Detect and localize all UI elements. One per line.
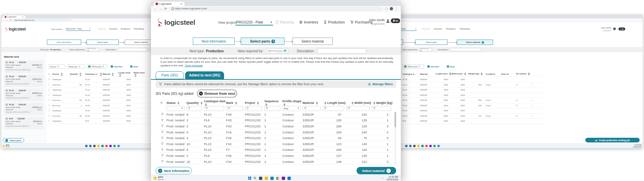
column-header[interactable]: Catalogue it... (402, 73, 420, 75)
help-icon[interactable]: ? (271, 40, 275, 43)
chip-project[interactable]: ✕PROJ1233 (87, 64, 107, 69)
taskbar-app-icon[interactable] (413, 145, 416, 147)
app-logo[interactable]: logicsteel (156, 17, 195, 27)
column-header[interactable]: Catalogue item (204, 100, 226, 106)
step-box[interactable]: Select material? (457, 40, 493, 45)
required-by-date-input[interactable]: dd/mm/yyyy ▦ (419, 48, 432, 51)
column-header[interactable]: Weight (kg) (372, 101, 393, 105)
row-radio[interactable] (48, 110, 52, 112)
project-select[interactable]: PROJ1233 - Plate▼ (66, 27, 91, 31)
column-filter-input[interactable] (372, 106, 391, 111)
taskbar-app-icon[interactable] (109, 145, 112, 147)
column-filter-input[interactable] (186, 106, 202, 111)
table-row[interactable]: CataloguePL10S355JR3000 (48, 77, 149, 82)
material-card-pl8[interactable]: PL8S355JRSum of part areas65318mm²Select… (4, 117, 44, 129)
column-header[interactable]: Length (mm) (323, 101, 346, 105)
taskbar-app-icon[interactable] (425, 145, 428, 147)
row-radio[interactable] (48, 78, 52, 80)
column-filter-input[interactable] (323, 106, 344, 111)
table-row[interactable]: Prod. nested2PL10F33PROJ12331ContourS355… (160, 123, 394, 129)
row-radio[interactable] (48, 105, 52, 107)
tab-added-to-nest[interactable]: Added to nest (301) (185, 71, 224, 79)
chip-project[interactable]: ✕PROJ1233 (402, 64, 424, 69)
column-header[interactable]: Length (mm) (118, 72, 133, 77)
taskbar-app-icon[interactable] (117, 145, 120, 147)
column-header[interactable]: Material (103, 73, 118, 76)
taskbar-app-icon[interactable] (429, 145, 432, 147)
column-header[interactable]: Quantity (186, 101, 204, 105)
column-header[interactable]: Quantity (70, 73, 85, 76)
browser-tab[interactable]: Logicsteel ✕ (154, 2, 184, 6)
step-box[interactable]: Select parts (87, 40, 119, 45)
column-header[interactable]: Heat ref (501, 73, 516, 75)
menu-dots-icon[interactable]: ⋮ (395, 7, 398, 10)
taskbar-app-icon[interactable] (93, 145, 96, 147)
clear-filters-button[interactable]: ✕ Clear (447, 65, 455, 68)
chip-source[interactable]: Source (48, 64, 65, 69)
table-row[interactable]: PL10S355JR30001500 (402, 77, 543, 82)
taskbar-app-icon[interactable] (270, 177, 274, 180)
taskbar-app-icon[interactable] (265, 177, 268, 180)
table-row[interactable]: Prod. nested2PL8F43PROJ12331ContourS355J… (160, 118, 394, 124)
taskbar-app-icon[interactable] (105, 145, 108, 147)
nav-item-purchasing[interactable]: Purchasing (460, 28, 470, 30)
back-icon[interactable]: ← (154, 7, 157, 10)
table-row[interactable]: PL10S355JR30001500353Good✕⋯ (402, 82, 543, 88)
nav-item-production[interactable]: Production (324, 20, 345, 24)
column-header[interactable]: Material (303, 101, 323, 105)
column-filter-input[interactable] (245, 106, 262, 111)
extensions-icon[interactable]: ⬡ (385, 7, 388, 10)
table-row[interactable]: Prod. nested10PL10F42PROJ12331ContourS35… (160, 141, 394, 147)
reload-icon[interactable]: ⟳ (10, 19, 11, 21)
column-filter-input[interactable] (204, 106, 224, 111)
table-row[interactable]: PL20S355JR30001500707Good✕⋯ (402, 114, 543, 119)
project-select[interactable]: PROJ1233 - Plate ▼ (235, 19, 273, 25)
nav-item-production[interactable]: Production (121, 28, 130, 30)
forward-icon[interactable]: → (6, 19, 8, 21)
table-row[interactable]: Prod. nested8PL10F7PROJ12331ContourS355J… (160, 147, 394, 153)
column-header[interactable]: Mark (226, 101, 245, 105)
column-header[interactable]: Source (52, 73, 70, 76)
table-scrollbar[interactable] (394, 112, 396, 165)
table-row[interactable]: PL8S355JR30001500 (402, 119, 543, 124)
table-row[interactable]: Prod. nested8PL10F49PROJ12331ContourS355… (160, 112, 394, 118)
material-card-pl20[interactable]: PL20S355JRSum of part areas223352mm²Sele… (4, 103, 44, 115)
row-menu-icon[interactable]: ⋯ (531, 99, 539, 102)
taskbar-app-icon[interactable] (89, 145, 92, 147)
nav-item-inventory[interactable]: Inventory (299, 20, 318, 24)
row-radio[interactable] (48, 84, 52, 86)
row-radio[interactable] (48, 94, 52, 96)
table-row[interactable]: PL20S355JR28151500645Good✕⋯ (402, 103, 543, 109)
chip-reserved[interactable]: Reserved (67, 64, 85, 69)
required-by-date-input[interactable]: dd/mm/yyyy (266, 48, 288, 54)
column-filter-input[interactable] (264, 106, 280, 111)
add-filter-button[interactable]: + Add filter (111, 65, 122, 68)
profile-filter-select[interactable]: Any▼ (282, 106, 301, 111)
description-input[interactable] (450, 48, 481, 51)
add-filter-button[interactable]: + Add filter (427, 65, 439, 68)
column-header[interactable]: Width (mm) (346, 101, 372, 105)
nav-item-inventory[interactable]: Inventory (109, 28, 117, 30)
table-row[interactable]: Inventory95PL20S355JR3000 (48, 114, 149, 119)
row-radio[interactable] (48, 99, 52, 101)
user-block[interactable]: John SmithLogicSteel (601, 27, 611, 32)
taskbar-app-icon[interactable] (85, 145, 88, 147)
create-production-nesting-job-button[interactable]: ▦Create production nesting job (585, 138, 640, 142)
column-header[interactable]: Sequence (264, 100, 282, 106)
table-row[interactable]: Prod. nested4PL10F26PROJ12331ContourS355… (160, 135, 394, 141)
table-row[interactable]: CataloguePL12S355JR3000 (48, 87, 149, 93)
next-select-material-button[interactable]: Select material › (357, 167, 396, 174)
table-row[interactable]: Prod. nested16PL10F34PROJ12331ContourS35… (160, 159, 394, 165)
clock-widget[interactable]: 11:00 AM 10/03/2026 (386, 176, 398, 181)
tab-parts[interactable]: Parts (301) (156, 71, 184, 79)
row-radio[interactable] (48, 120, 52, 122)
taskbar-app-icon[interactable] (113, 145, 116, 147)
user-block[interactable]: John Smith LogicSteel (369, 18, 385, 26)
table-row[interactable]: PL20S355JR30001500 (402, 108, 543, 114)
row-radio[interactable] (48, 89, 52, 91)
column-filter-input[interactable] (226, 106, 243, 111)
step-nest-information[interactable]: Nest information (193, 38, 235, 45)
app-logo[interactable]: logicsteel (4, 26, 25, 32)
chrome-icon[interactable] (276, 177, 279, 180)
taskbar-app-icon[interactable] (282, 177, 285, 180)
